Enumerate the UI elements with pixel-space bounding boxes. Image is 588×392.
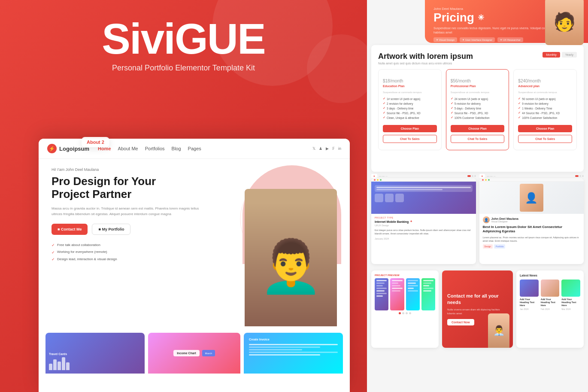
right-panel: John Deel Maulana Pricing ✳ Suspendisse …: [367, 0, 588, 392]
plan-2-features: 24 screen UI (web or apps) 5 revision fo…: [451, 97, 505, 119]
plan-2-feature-4: Source file - PSD, JPG, XD: [451, 111, 505, 115]
screen-dot-4: [409, 312, 411, 314]
screen-4-content: [421, 278, 435, 310]
mobile-screen-2: [390, 278, 404, 310]
plan-2-choose-btn[interactable]: Choose Plan: [451, 125, 505, 132]
cta-button[interactable]: Contact Now: [447, 319, 474, 325]
tag-ui: ✦ User Interface Designer: [460, 37, 495, 42]
mobile-screens-grid: [375, 278, 435, 310]
cta-person-image: 👨‍💼: [488, 313, 509, 348]
news-section-title: Latest News: [520, 274, 580, 277]
plan-3-chat-btn[interactable]: Chat To Sales: [518, 135, 572, 143]
social-youtube[interactable]: ▶: [326, 146, 329, 151]
news-title-1: Add Your Heading Text Here: [520, 298, 539, 307]
income-chart-label: Income Chart: [173, 350, 200, 356]
social-tiktok[interactable]: ♟: [319, 146, 322, 151]
travel-card-label: Travel Cards: [49, 352, 141, 356]
mock-line-1: [376, 187, 471, 188]
plan-2-feature-5: 100% Customer Satisfaction: [451, 116, 505, 119]
screen-2-content: [390, 278, 404, 310]
cta-title: Contact me for all your needs: [447, 293, 508, 305]
mobile-screen-3: [406, 278, 420, 310]
mobile-screens-card: Project Preview: [371, 270, 439, 348]
blog-person-role: Visual Designer: [491, 220, 518, 223]
screen-1-content: [375, 278, 388, 310]
screen-dot-active: [399, 312, 401, 314]
plan-1-features: 1# screen UI (web or apps) 2 revision fo…: [383, 97, 437, 119]
card-header-1: [371, 178, 476, 182]
dot-3: [474, 175, 476, 177]
social-twitter[interactable]: 𝕏: [312, 146, 315, 151]
mobile-screen-1: [375, 278, 388, 310]
blog-person-img: 👤: [520, 184, 543, 212]
news-item-1: Add Your Heading Text Here Jan 2024: [520, 280, 539, 310]
bar-1: [49, 364, 52, 370]
blog-card-title: Best In Lorem Ipsum Dolor Sit Amet Conse…: [483, 225, 581, 234]
dot-active-2: [575, 175, 579, 177]
portfolio-nav-row: ● — — ··· ● — — ···: [371, 174, 584, 178]
hero-buttons: ■ Contact Me ■ My Portfolio: [52, 224, 209, 235]
blog-person-details: John Deel Maulana Visual Designer: [491, 217, 518, 223]
icon-1: [375, 194, 383, 202]
website-preview: ⚡ Logoipsum Home About Me Portfolios Blo…: [39, 139, 350, 392]
plan-1-desc: Suspendisse at commodo tempus: [383, 91, 437, 94]
bottom-screenshots-row: Travel Cards Income Chart March Create I…: [39, 326, 350, 374]
nav-about[interactable]: About Me: [118, 146, 138, 151]
plan-3-feature-2: 9 revision for delivery: [518, 102, 572, 105]
news-item-3: Add Your Heading Text Here Mar 2024: [561, 280, 580, 310]
screen-3-content: [406, 278, 420, 310]
nav-pages[interactable]: Pages: [188, 146, 201, 151]
pricing-page-header: Artwork with lorem ipsum Nulla amet quis…: [378, 52, 577, 65]
left-panel: SiviGUE Personal Portfolio Elementor Tem…: [0, 0, 367, 392]
bar-5: [66, 362, 70, 370]
pricing-person-image: 🧑: [545, 0, 584, 45]
icon-3: [395, 194, 404, 202]
plan-advanced: $240/month Advanced plan Suspendisse at …: [513, 69, 577, 150]
plan-3-choose-btn[interactable]: Choose Plan: [518, 125, 572, 132]
plan-3-feature-3: 1 Weeks - Delivery Time: [518, 106, 572, 110]
blog-tags: Design Portfolio: [483, 244, 581, 249]
plan-1-chat-btn[interactable]: Chat To Sales: [383, 135, 437, 143]
monthly-toggle[interactable]: Monthly: [543, 52, 560, 58]
plan-2-feature-3: 5 days - Delivery time: [451, 106, 505, 110]
brand-title: SiviGUE: [102, 17, 265, 60]
billing-toggle: Monthly Yearly: [543, 52, 577, 58]
bar-4: [62, 357, 65, 370]
right-portfolio-nav: ● — — ···: [479, 174, 584, 178]
plan-1-price: $18/month: [383, 75, 437, 85]
plan-2-desc: Suspendisse at commodo tempus: [451, 91, 505, 94]
dot-yellow-2: [485, 179, 487, 181]
plan-1-choose-btn[interactable]: Choose Plan: [383, 125, 437, 132]
plan-2-chat-btn[interactable]: Chat To Sales: [451, 135, 505, 143]
news-title-2: Add Your Heading Text Here: [541, 298, 560, 307]
yearly-toggle[interactable]: Yearly: [562, 52, 577, 58]
nav-portfolios[interactable]: Portfolios: [145, 146, 165, 151]
dot-2: [472, 175, 473, 177]
dot-red-2: [482, 179, 484, 181]
tag-ux: ✦ UX Researcher: [497, 37, 523, 42]
mobile-screens-title: Project Preview: [375, 274, 435, 277]
dot-yellow: [377, 179, 379, 181]
pricing-plans-grid: $18/month Education Plan Suspendisse at …: [378, 69, 577, 150]
contact-me-button[interactable]: ■ Contact Me: [52, 224, 88, 235]
left-nav-logo: ●: [371, 174, 377, 178]
blog-card-image: 👤: [479, 182, 584, 214]
contact-cta-card: Contact me for all your needs Nulla vive…: [442, 270, 513, 348]
dot-active-1: [467, 175, 471, 177]
social-linkedin[interactable]: in: [338, 146, 341, 151]
plan-education: $18/month Education Plan Suspendisse at …: [378, 69, 442, 150]
plan-3-feature-4: 4# Source file - PSD, JPG, XD: [518, 111, 572, 115]
bottom-card-dashboard: Income Chart March: [148, 333, 240, 374]
deco-circle-2: [307, 34, 376, 103]
my-portfolio-button[interactable]: ■ My Portfolio: [92, 224, 130, 235]
left-nav-menu: — — ···: [379, 175, 388, 177]
blog-avatar: 👤: [483, 216, 490, 223]
news-img-3: [561, 280, 580, 297]
icon-2: [385, 194, 394, 202]
nav-blog[interactable]: Blog: [172, 146, 181, 151]
social-facebook[interactable]: 𝔽: [332, 146, 335, 151]
blog-card-text: Lorem placerat ac. Proin montes socius v…: [483, 236, 581, 243]
news-date-2: Feb 2024: [541, 308, 560, 310]
plan-1-feature-1: 1# screen UI (web or apps): [383, 97, 437, 100]
blog-card-body: 👤 John Deel Maulana Visual Designer Best…: [479, 214, 584, 251]
